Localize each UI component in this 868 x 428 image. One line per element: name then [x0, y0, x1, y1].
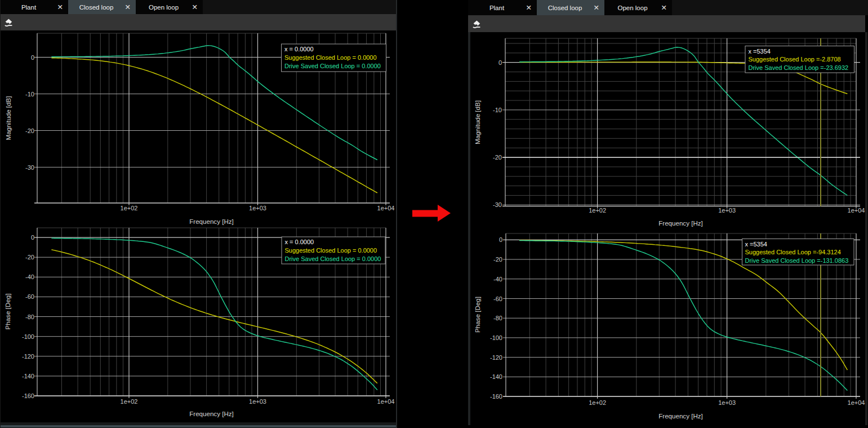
- svg-text:-60: -60: [25, 293, 34, 300]
- svg-text:1e+02: 1e+02: [121, 398, 138, 405]
- svg-text:Phase [Deg]: Phase [Deg]: [474, 297, 481, 333]
- svg-text:-30: -30: [25, 164, 34, 171]
- svg-text:-100: -100: [490, 334, 502, 341]
- svg-text:0: 0: [31, 234, 34, 241]
- svg-text:x = 0.0000: x = 0.0000: [284, 46, 314, 52]
- svg-text:0: 0: [499, 236, 502, 243]
- svg-text:x =5354: x =5354: [745, 241, 767, 248]
- svg-text:1e+04: 1e+04: [377, 205, 395, 211]
- svg-text:-40: -40: [25, 273, 34, 280]
- svg-text:Drive Saved Closed Loop = 0.00: Drive Saved Closed Loop = 0.0000: [285, 255, 381, 262]
- svg-text:0: 0: [31, 54, 34, 61]
- svg-text:Suggested Closed Loop = 0.0000: Suggested Closed Loop = 0.0000: [285, 247, 377, 254]
- svg-text:Drive Saved Closed Loop =-23.6: Drive Saved Closed Loop =-23.6932: [749, 64, 849, 71]
- svg-text:0: 0: [498, 59, 502, 66]
- svg-text:Frequency [Hz]: Frequency [Hz]: [189, 218, 234, 225]
- svg-text:1e+03: 1e+03: [249, 398, 266, 405]
- svg-text:1e+02: 1e+02: [589, 399, 606, 406]
- svg-text:Suggested Closed Loop = 0.0000: Suggested Closed Loop = 0.0000: [284, 54, 377, 61]
- svg-text:1e+04: 1e+04: [848, 207, 865, 214]
- svg-text:-160: -160: [490, 393, 502, 400]
- svg-text:1e+04: 1e+04: [377, 398, 395, 405]
- svg-text:-160: -160: [22, 392, 34, 399]
- svg-text:Magnitude [dB]: Magnitude [dB]: [5, 96, 12, 140]
- svg-text:Frequency [Hz]: Frequency [Hz]: [658, 412, 703, 420]
- svg-text:1e+03: 1e+03: [249, 205, 266, 211]
- svg-text:Drive Saved Closed Loop = 0.00: Drive Saved Closed Loop = 0.0000: [284, 63, 381, 69]
- svg-text:-80: -80: [493, 315, 502, 321]
- svg-text:-100: -100: [22, 333, 34, 340]
- svg-text:x =5354: x =5354: [749, 48, 771, 55]
- svg-text:-80: -80: [25, 314, 34, 320]
- svg-text:Drive Saved Closed Loop =-131.: Drive Saved Closed Loop =-131.0863: [745, 257, 849, 264]
- svg-text:x = 0.0000: x = 0.0000: [285, 239, 314, 245]
- svg-text:1e+02: 1e+02: [121, 205, 138, 211]
- svg-text:1e+03: 1e+03: [718, 399, 736, 406]
- svg-text:1e+02: 1e+02: [589, 207, 606, 214]
- svg-text:Suggested Closed Loop =-94.312: Suggested Closed Loop =-94.3124: [745, 249, 841, 255]
- svg-text:-120: -120: [22, 353, 34, 360]
- svg-text:-10: -10: [493, 107, 502, 113]
- svg-text:-20: -20: [493, 256, 502, 263]
- svg-text:-30: -30: [493, 201, 502, 208]
- svg-text:-20: -20: [25, 254, 34, 261]
- svg-text:-20: -20: [493, 154, 502, 161]
- svg-text:-140: -140: [22, 373, 34, 380]
- svg-text:-120: -120: [490, 354, 502, 361]
- svg-text:1e+04: 1e+04: [848, 399, 865, 406]
- svg-text:-60: -60: [493, 295, 502, 302]
- svg-text:-140: -140: [490, 373, 502, 380]
- svg-text:Suggested Closed Loop =-2.8708: Suggested Closed Loop =-2.8708: [749, 56, 841, 63]
- svg-text:Frequency [Hz]: Frequency [Hz]: [189, 410, 234, 417]
- svg-text:1e+03: 1e+03: [718, 207, 736, 214]
- svg-text:Frequency [Hz]: Frequency [Hz]: [658, 219, 703, 227]
- svg-text:Phase [Deg]: Phase [Deg]: [4, 294, 11, 330]
- svg-text:-10: -10: [25, 91, 34, 98]
- svg-text:Magnitude [dB]: Magnitude [dB]: [474, 100, 481, 144]
- svg-text:-40: -40: [493, 276, 502, 283]
- svg-text:-20: -20: [25, 127, 34, 134]
